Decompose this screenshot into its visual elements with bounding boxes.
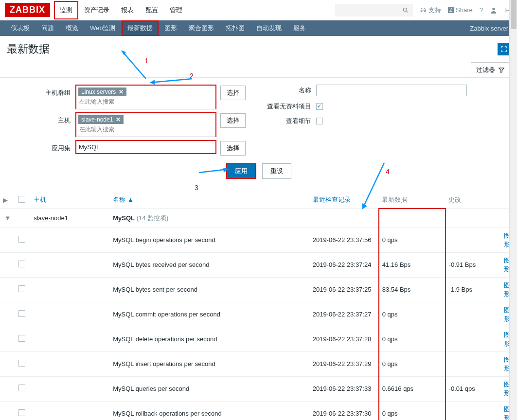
page-title: 最新数据	[7, 42, 50, 56]
item-change: -0.91 Bps	[446, 252, 497, 277]
app-name: MySQL	[113, 214, 135, 222]
row-checkbox[interactable]	[18, 385, 25, 391]
host-tag: slave-node1 ✕	[78, 115, 124, 124]
top-menu-reports[interactable]: 报表	[115, 1, 140, 19]
app-label: 应用集	[0, 140, 75, 153]
item-change	[446, 302, 497, 327]
col-lastcheck[interactable]: 最近检查记录	[310, 192, 379, 209]
filter-tab-row: 过滤器	[0, 62, 517, 78]
svg-point-2	[492, 7, 495, 10]
vertical-scrollbar[interactable]	[509, 0, 517, 420]
row-checkbox[interactable]	[18, 360, 25, 367]
top-menu-inventory[interactable]: 资产记录	[78, 1, 115, 19]
item-change	[446, 228, 497, 252]
host-link[interactable]: slave-node1	[34, 214, 68, 222]
table-row: MySQL delete operations per second2019-0…	[0, 327, 517, 351]
item-value: 41.16 Bps	[379, 252, 446, 277]
item-name: MySQL bytes received per second	[110, 252, 309, 277]
col-expand[interactable]: ▶	[0, 192, 16, 209]
fullscreen-icon	[500, 46, 507, 52]
sub-problems[interactable]: 问题	[36, 20, 60, 36]
name-filter-input[interactable]	[316, 85, 467, 96]
table-row: MySQL rollback operations per second2019…	[0, 401, 517, 420]
svg-line-1	[407, 11, 408, 12]
sub-graphs[interactable]: 图形	[159, 20, 183, 36]
sub-services[interactable]: 服务	[287, 20, 312, 36]
search-input[interactable]	[335, 4, 413, 17]
hostgroup-tag: Linux servers ✕	[78, 88, 126, 96]
item-time: 2019-06-22 23:37:24	[310, 252, 379, 277]
item-name: MySQL rollback operations per second	[110, 401, 309, 420]
item-name: MySQL delete operations per second	[110, 327, 309, 351]
top-bar: ZABBIX 监测 资产记录 报表 配置 管理 支持 Z Share ?	[0, 0, 517, 20]
apply-button[interactable]: 应用	[226, 163, 256, 179]
item-time: 2019-06-22 23:37:28	[310, 327, 379, 351]
table-row: MySQL bytes received per second2019-06-2…	[0, 252, 517, 277]
svg-marker-6	[150, 80, 155, 85]
top-right: 支持 Z Share ?	[335, 4, 512, 17]
item-value: 83.54 Bps	[379, 277, 446, 302]
headset-icon	[420, 7, 427, 14]
remove-tag-icon[interactable]: ✕	[119, 88, 124, 95]
sub-maps[interactable]: 拓扑图	[220, 20, 250, 36]
show-nodata-checkbox[interactable]	[316, 103, 323, 110]
item-change	[446, 401, 497, 420]
item-value: 0 qps	[379, 401, 446, 420]
col-check[interactable]	[16, 192, 31, 209]
filter-tab[interactable]: 过滤器	[471, 62, 510, 77]
item-time: 2019-06-22 23:37:29	[310, 351, 379, 376]
reset-button[interactable]: 重设	[262, 163, 291, 179]
svg-point-0	[403, 8, 407, 11]
help-icon[interactable]: ?	[480, 6, 483, 14]
sub-web[interactable]: Web监测	[84, 20, 122, 36]
host-select-button[interactable]: 选择	[220, 113, 246, 128]
user-icon[interactable]	[490, 6, 498, 14]
item-time: 2019-06-22 23:37:25	[310, 277, 379, 302]
hostgroup-search[interactable]	[78, 96, 214, 107]
logo: ZABBIX	[5, 3, 50, 17]
search-icon	[402, 7, 409, 14]
hostgroup-select-button[interactable]: 选择	[220, 86, 246, 100]
app-select-button[interactable]: 选择	[220, 141, 246, 156]
support-link[interactable]: 支持	[420, 6, 441, 15]
item-name: MySQL commit operations per second	[110, 302, 309, 327]
filter-right: 名称 查看无资料项目 查看细节	[263, 85, 467, 131]
sub-latest-data[interactable]: 最新数据	[122, 20, 159, 36]
row-checkbox[interactable]	[18, 409, 25, 416]
col-host[interactable]: 主机	[31, 192, 110, 209]
collapse-icon[interactable]: ▼	[4, 214, 11, 222]
filter-icon	[498, 67, 505, 73]
top-menu-monitoring[interactable]: 监测	[54, 1, 78, 19]
row-checkbox[interactable]	[18, 285, 25, 292]
hostgroup-input[interactable]: Linux servers ✕	[75, 85, 216, 109]
server-name[interactable]: Zabbix server	[470, 25, 512, 32]
scrollbar-thumb[interactable]	[511, 0, 517, 29]
item-change	[446, 327, 497, 351]
data-table: ▶ 主机 名称 ▲ 最近检查记录 最新数据 更改 ▼ slave-node1 M…	[0, 192, 517, 420]
host-search[interactable]	[78, 124, 214, 135]
row-checkbox[interactable]	[18, 236, 25, 243]
row-checkbox[interactable]	[18, 335, 25, 342]
row-checkbox[interactable]	[18, 310, 25, 317]
col-change: 更改	[446, 192, 497, 209]
top-menu-config[interactable]: 配置	[140, 1, 164, 19]
host-input[interactable]: slave-node1 ✕	[75, 112, 216, 137]
top-menu-admin[interactable]: 管理	[164, 1, 188, 19]
show-details-checkbox[interactable]	[316, 118, 323, 124]
item-value: 0 qps	[379, 228, 446, 252]
sub-overview[interactable]: 概览	[60, 20, 84, 36]
name-filter-label: 名称	[263, 86, 316, 95]
svg-line-5	[150, 79, 192, 83]
remove-tag-icon[interactable]: ✕	[116, 116, 121, 123]
row-checkbox[interactable]	[18, 261, 25, 267]
sub-screens[interactable]: 聚合图形	[183, 20, 220, 36]
item-name: MySQL queries per second	[110, 376, 309, 401]
app-input[interactable]: MySQL	[75, 140, 216, 154]
show-details-label: 查看细节	[263, 117, 316, 125]
sub-discovery[interactable]: 自动发现	[250, 20, 287, 36]
sub-dashboard[interactable]: 仪表板	[5, 20, 36, 36]
col-name[interactable]: 名称 ▲	[110, 192, 309, 209]
fullscreen-button[interactable]	[498, 43, 510, 55]
share-link[interactable]: Z Share	[448, 6, 473, 14]
item-name: MySQL bytes sent per second	[110, 277, 309, 302]
